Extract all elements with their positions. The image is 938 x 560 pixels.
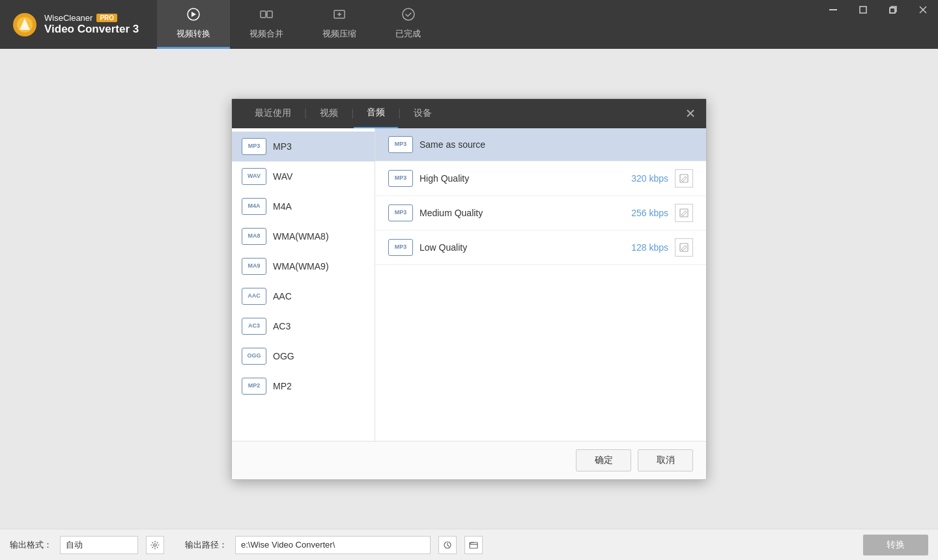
svg-rect-21 — [680, 209, 688, 217]
format-badge-mp2: MP2 — [242, 378, 266, 395]
quality-label-low: Low Quality — [419, 242, 610, 253]
svg-rect-14 — [890, 8, 895, 13]
format-badge-ogg: OGG — [242, 348, 266, 365]
format-item-m4a[interactable]: M4A M4A — [232, 191, 375, 221]
path-input[interactable] — [235, 536, 431, 554]
quality-kbps-medium: 256 kbps — [616, 208, 668, 218]
confirm-button[interactable]: 确定 — [576, 449, 631, 471]
open-folder-button[interactable] — [464, 536, 483, 554]
app-name-block: WiseCleaner PRO Video Converter 3 — [44, 13, 139, 36]
format-label-ac3: AC3 — [273, 321, 291, 331]
convert-button[interactable]: 转换 — [863, 535, 928, 555]
format-label-mp3: MP3 — [273, 141, 292, 152]
format-item-aac[interactable]: AAC AAC — [232, 281, 375, 311]
dialog-close-button[interactable] — [681, 104, 700, 122]
quality-edit-low-button[interactable] — [675, 238, 693, 257]
nav-tabs: 视频转换 视频合并 视频压缩 — [157, 0, 440, 49]
format-badge-wav: WAV — [242, 168, 266, 185]
svg-point-10 — [403, 8, 414, 20]
quality-label-same: Same as source — [419, 139, 693, 150]
quality-item-high[interactable]: MP3 High Quality 320 kbps — [375, 161, 706, 196]
format-item-ac3[interactable]: AC3 AC3 — [232, 311, 375, 341]
quality-edit-high-button[interactable] — [675, 169, 693, 188]
format-label-m4a: M4A — [273, 201, 292, 212]
format-label-wav: WAV — [273, 171, 292, 182]
brand-name: WiseCleaner — [44, 13, 92, 23]
dialog-tabs: 最近使用 | 视频 | 音频 | 设备 — [232, 99, 706, 128]
format-label-aac: AAC — [273, 291, 292, 301]
format-item-wma8[interactable]: MA8 WMA(WMA8) — [232, 221, 375, 251]
format-list: MP3 MP3 WAV WAV M4A M4A MA8 — [232, 128, 375, 441]
main-area: 最近使用 | 视频 | 音频 | 设备 — [0, 49, 938, 529]
quality-label-medium: Medium Quality — [419, 208, 610, 218]
format-badge-aac: AAC — [242, 288, 266, 305]
format-settings-button[interactable] — [146, 536, 164, 554]
browse-path-button[interactable] — [438, 536, 457, 554]
svg-rect-5 — [267, 11, 272, 18]
quality-badge-same: MP3 — [388, 136, 413, 153]
format-badge-wma8: MA8 — [242, 228, 266, 245]
quality-kbps-low: 128 kbps — [616, 242, 668, 253]
window-close-button[interactable] — [908, 0, 938, 20]
dialog-tab-device[interactable]: 设备 — [401, 99, 445, 128]
bottom-bar: 输出格式： 输出路径： 转换 — [0, 529, 938, 560]
tab-video-convert-label: 视频转换 — [177, 28, 210, 40]
svg-point-23 — [154, 544, 156, 546]
svg-rect-22 — [680, 244, 688, 251]
format-item-wav[interactable]: WAV WAV — [232, 161, 375, 191]
format-label: 输出格式： — [10, 539, 52, 551]
titlebar: WiseCleaner PRO Video Converter 3 视频转换 — [0, 0, 938, 49]
tab-video-compress[interactable]: 视频压缩 — [303, 0, 376, 49]
app-logo-icon — [12, 12, 38, 38]
dialog-overlay: 最近使用 | 视频 | 音频 | 设备 — [0, 49, 938, 529]
quality-list: MP3 Same as source MP3 High Quality 320 … — [375, 128, 706, 441]
format-item-wma9[interactable]: MA9 WMA(WMA9) — [232, 251, 375, 281]
svg-rect-20 — [680, 175, 688, 182]
window-maximize-button[interactable] — [878, 0, 908, 20]
format-input[interactable] — [60, 536, 138, 554]
app-title: Video Converter 3 — [44, 23, 139, 36]
window-minimize-button[interactable] — [818, 0, 848, 20]
pro-badge: PRO — [96, 14, 117, 22]
format-label-wma8: WMA(WMA8) — [273, 231, 329, 242]
dialog-footer: 确定 取消 — [232, 441, 706, 479]
quality-badge-high: MP3 — [388, 170, 413, 187]
format-item-mp3[interactable]: MP3 MP3 — [232, 132, 375, 161]
quality-label-high: High Quality — [419, 173, 610, 184]
video-convert-icon — [186, 7, 201, 25]
quality-kbps-high: 320 kbps — [616, 173, 668, 184]
format-badge-ac3: AC3 — [242, 318, 266, 335]
format-dialog: 最近使用 | 视频 | 音频 | 设备 — [231, 98, 707, 480]
quality-badge-medium: MP3 — [388, 204, 413, 221]
format-label-wma9: WMA(WMA9) — [273, 261, 329, 272]
dialog-tab-audio[interactable]: 音频 — [354, 99, 398, 128]
path-label: 输出路径： — [185, 539, 227, 551]
tab-video-merge[interactable]: 视频合并 — [230, 0, 303, 49]
quality-edit-medium-button[interactable] — [675, 204, 693, 222]
quality-item-low[interactable]: MP3 Low Quality 128 kbps — [375, 231, 706, 265]
window-restore-button[interactable] — [848, 0, 878, 20]
svg-rect-4 — [261, 11, 266, 18]
tab-video-convert[interactable]: 视频转换 — [157, 0, 230, 49]
dialog-tab-video[interactable]: 视频 — [307, 99, 351, 128]
format-badge-mp3: MP3 — [242, 138, 266, 155]
svg-rect-11 — [829, 9, 837, 10]
tab-done[interactable]: 已完成 — [376, 0, 440, 49]
window-controls — [818, 0, 938, 20]
dialog-tab-recent[interactable]: 最近使用 — [242, 99, 304, 128]
tab-video-merge-label: 视频合并 — [249, 28, 283, 40]
svg-rect-12 — [860, 7, 866, 13]
format-item-ogg[interactable]: OGG OGG — [232, 341, 375, 371]
format-badge-wma9: MA9 — [242, 258, 266, 275]
quality-item-same[interactable]: MP3 Same as source — [375, 128, 706, 161]
app-logo: WiseCleaner PRO Video Converter 3 — [0, 12, 150, 38]
tab-video-compress-label: 视频压缩 — [322, 28, 356, 40]
cancel-button[interactable]: 取消 — [638, 449, 693, 471]
tab-done-label: 已完成 — [395, 28, 421, 40]
format-item-mp2[interactable]: MP2 MP2 — [232, 371, 375, 401]
quality-item-medium[interactable]: MP3 Medium Quality 256 kbps — [375, 196, 706, 231]
quality-badge-low: MP3 — [388, 239, 413, 256]
format-badge-m4a: M4A — [242, 198, 266, 215]
video-merge-icon — [259, 7, 274, 25]
video-compress-icon — [332, 7, 347, 25]
